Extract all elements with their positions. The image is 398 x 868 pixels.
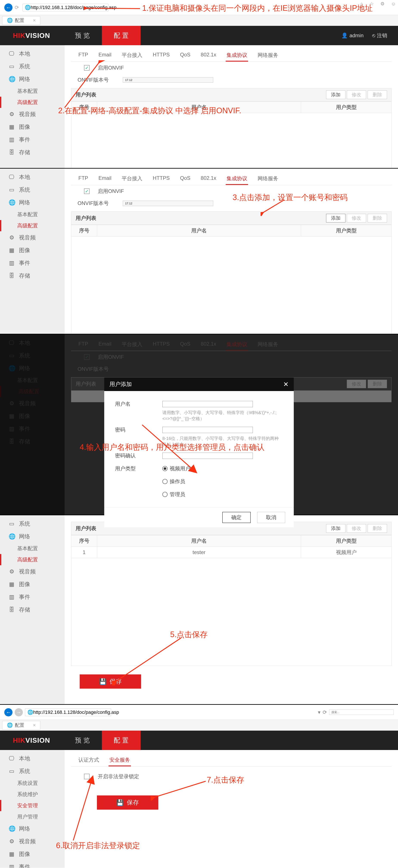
nav-config[interactable]: 配 置 [102,731,141,750]
nav-config[interactable]: 配 置 [102,26,141,45]
sidebar-local[interactable]: 🖵本地 [0,48,65,60]
delete-button[interactable]: 删除 [368,214,387,222]
browser-tab[interactable]: 🌐配置× [2,721,40,730]
radio-operator[interactable] [162,479,167,484]
sidebar-network[interactable]: 🌐网络 [0,196,65,209]
sidebar-network[interactable]: 🌐网络 [0,73,65,86]
sidebar-event[interactable]: ▥事件 [0,861,65,868]
sidebar-security[interactable]: 安全管理 [0,800,65,811]
sidebar-adv-cfg[interactable]: 高级配置 [0,97,65,108]
sidebar-image[interactable]: ▦图像 [0,244,65,257]
sidebar-network[interactable]: 🌐网络 [0,823,65,835]
password-input[interactable] [162,427,253,433]
sidebar-user-mgmt[interactable]: 用户管理 [0,811,65,823]
sidebar-image[interactable]: ▦图像 [0,848,65,861]
star-icon[interactable]: ☆ [370,1,374,7]
sidebar-av[interactable]: ⚙视音频 [0,231,65,244]
modify-button[interactable]: 修改 [347,524,366,533]
close-icon[interactable]: ✕ [283,380,288,388]
sidebar-av[interactable]: ⚙视音频 [0,565,65,578]
tab-email[interactable]: Email [97,50,112,62]
confirm-input[interactable] [162,453,253,459]
tab-integration[interactable]: 集成协议 [226,173,248,185]
tab-secservice[interactable]: 安全服务 [109,754,131,766]
sidebar-image[interactable]: ▦图像 [0,121,65,133]
sidebar-system[interactable]: ▭系统 [0,60,65,73]
sidebar-system-settings[interactable]: 系统设置 [0,778,65,789]
tab-integration[interactable]: 集成协议 [226,50,248,62]
sidebar-network[interactable]: 🌐网络 [0,530,65,543]
sidebar-basic-cfg[interactable]: 基本配置 [0,209,65,220]
sidebar-storage[interactable]: 🗄存储 [0,269,65,282]
forward-button[interactable]: → [14,708,23,716]
sidebar-image[interactable]: ▦图像 [0,578,65,591]
close-tab-icon[interactable]: × [33,722,36,728]
back-button[interactable]: ← [4,708,12,716]
ok-button[interactable]: 确定 [222,512,251,523]
sidebar-adv-cfg[interactable]: 高级配置 [0,220,65,231]
username-input[interactable] [162,401,253,407]
sidebar-storage[interactable]: 🗄存储 [0,603,65,616]
sidebar-system[interactable]: ▭系统 [0,518,65,530]
modify-button[interactable]: 修改 [347,90,366,99]
sidebar-storage[interactable]: 🗄存储 [0,146,65,159]
refresh-icon[interactable]: ⟳ [323,709,327,715]
menu-icon[interactable]: ⚙ [380,1,385,7]
lock-checkbox[interactable]: ✓ [84,774,90,779]
refresh-icon[interactable]: ⟳ [14,4,19,10]
delete-button[interactable]: 删除 [368,524,387,533]
logout-button[interactable]: ⎋ 注销 [372,32,387,39]
enable-onvif-checkbox[interactable]: ✓ [84,65,90,71]
browser-tab[interactable]: 🌐 配置 × [2,16,40,25]
save-button[interactable]: 💾保存 [97,796,158,810]
tab-platform[interactable]: 平台接入 [121,50,143,62]
nav-preview[interactable]: 预 览 [63,26,102,45]
sidebar-basic-cfg[interactable]: 基本配置 [0,543,65,554]
table-row[interactable]: 1tester视频用户 [71,547,392,558]
tab-netservice[interactable]: 网络服务 [257,173,279,185]
search-input[interactable] [329,710,394,715]
dropdown-icon[interactable]: ▾ [318,709,320,715]
sidebar-adv-cfg[interactable]: 高级配置 [0,554,65,565]
tab-netservice[interactable]: 网络服务 [257,50,279,62]
sidebar-basic-cfg[interactable]: 基本配置 [0,86,65,97]
enable-onvif-checkbox[interactable]: ✓ [84,188,90,194]
tab-ftp[interactable]: FTP [78,173,89,185]
tab-auth[interactable]: 认证方式 [78,754,100,766]
back-button[interactable]: ← [4,3,12,12]
user-label[interactable]: 👤 admin [341,32,364,39]
add-button[interactable]: 添加 [326,214,345,222]
sidebar-event[interactable]: ▥事件 [0,257,65,269]
sidebar-av[interactable]: ⚙视音频 [0,835,65,848]
add-button[interactable]: 添加 [326,90,345,99]
nav-preview[interactable]: 预 览 [63,731,102,750]
radio-admin[interactable] [162,492,167,497]
tab-platform[interactable]: 平台接入 [121,173,143,185]
tab-https[interactable]: HTTPS [152,173,171,185]
sidebar-local[interactable]: 🖵本地 [0,752,65,765]
sidebar-event[interactable]: ▥事件 [0,133,65,146]
sidebar-event[interactable]: ▥事件 [0,591,65,603]
close-tab-icon[interactable]: × [33,18,36,23]
delete-button[interactable]: 删除 [368,90,387,99]
tab-qos[interactable]: QoS [179,50,191,62]
tab-8021x[interactable]: 802.1x [200,173,217,185]
tab-https[interactable]: HTTPS [152,50,171,62]
save-button[interactable]: 💾保存 [80,674,141,689]
cancel-button[interactable]: 取消 [257,512,285,523]
sidebar-av[interactable]: ⚙视音频 [0,108,65,121]
sidebar-system-maint[interactable]: 系统维护 [0,789,65,800]
home-icon[interactable]: ⌂ [360,1,363,7]
tab-qos[interactable]: QoS [179,173,191,185]
radio-video[interactable] [162,466,167,471]
tab-ftp[interactable]: FTP [78,50,89,62]
modify-button[interactable]: 修改 [347,214,366,222]
tab-email[interactable]: Email [97,173,112,185]
sidebar-local[interactable]: 🖵本地 [0,171,65,183]
url-input[interactable]: 🌐http://192.168.1.128/doc/page/config.as… [25,708,111,716]
sidebar-system[interactable]: ▭系统 [0,183,65,196]
smile-icon[interactable]: ☺ [391,1,396,7]
tab-8021x[interactable]: 802.1x [200,50,217,62]
url-input[interactable]: 🌐 http://192.168.1.128/doc/page/config.a… [22,4,109,11]
add-button[interactable]: 添加 [326,524,345,533]
